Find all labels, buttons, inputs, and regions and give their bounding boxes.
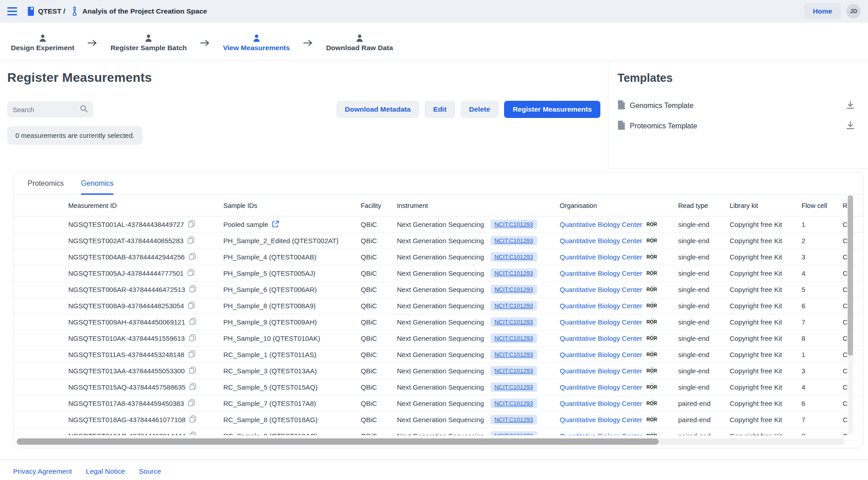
organisation-link[interactable]: Quantitative Biology Center <box>560 286 642 293</box>
ontology-ref-badge[interactable]: NCIT:C101293 <box>491 252 537 262</box>
instrument-name: Next Generation Sequencing <box>397 221 484 228</box>
user-avatar[interactable]: JD <box>846 4 861 19</box>
instrument-cell: Next Generation Sequencing NCIT:C101293 <box>397 236 560 245</box>
ror-logo-icon: ROR <box>646 269 659 278</box>
sample-ids-cell: RC_Sample_5 (QTEST015AQ) <box>223 383 361 391</box>
sample-ids-cell: PH_Sample_4 (QTEST004AB) <box>223 253 361 261</box>
workflow-step-button[interactable]: View Measurements <box>223 31 290 52</box>
organisation-link[interactable]: Quantitative Biology Center <box>560 269 642 277</box>
organisation-link[interactable]: Quantitative Biology Center <box>560 367 642 375</box>
measurement-id-cell: NGSQTEST015AQ-437844457588635 <box>68 383 223 391</box>
facility-cell: QBiC <box>361 400 397 407</box>
organisation-link[interactable]: Quantitative Biology Center <box>560 318 642 326</box>
copy-icon[interactable] <box>188 269 194 278</box>
svg-text:ROR: ROR <box>646 237 657 243</box>
selection-info: 0 measurements are currently selected. <box>7 126 142 145</box>
workflow-step-button[interactable]: Register Sample Batch <box>110 31 187 52</box>
copy-icon[interactable] <box>188 301 195 310</box>
download-metadata-button[interactable]: Download Metadata <box>336 101 420 118</box>
organisation-link[interactable]: Quantitative Biology Center <box>560 334 642 342</box>
organisation-link[interactable]: Quantitative Biology Center <box>560 237 642 245</box>
footer-link[interactable]: Source <box>139 467 161 475</box>
library-kit-cell: Copyright free Kit <box>730 253 802 261</box>
instrument-cell: Next Generation Sequencing NCIT:C101293 <box>397 317 560 327</box>
ontology-ref-badge[interactable]: NCIT:C101293 <box>491 301 537 311</box>
ontology-ref-badge[interactable]: NCIT:C101293 <box>491 382 537 392</box>
flow-cell-cell: 4 <box>802 269 843 277</box>
organisation-link[interactable]: Quantitative Biology Center <box>560 383 642 391</box>
workflow-step: View Measurements <box>223 31 326 52</box>
content-header-zone: Register Measurements Download Metadata … <box>0 61 868 172</box>
instrument-name: Next Generation Sequencing <box>397 253 484 261</box>
register-measurements-button[interactable]: Register Measurements <box>504 101 600 118</box>
measurement-id-cell: NGSQTEST001AL-437844438449727 <box>68 220 223 229</box>
breadcrumb-project-code[interactable]: QTEST / <box>38 7 65 15</box>
workflow-step-button[interactable]: Download Raw Data <box>326 31 393 52</box>
ontology-ref-badge[interactable]: NCIT:C101293 <box>491 415 537 424</box>
ontology-ref-badge[interactable]: NCIT:C101293 <box>491 317 537 327</box>
instrument-cell: Next Generation Sequencing NCIT:C101293 <box>397 301 560 311</box>
copy-icon[interactable] <box>188 220 195 229</box>
vertical-scrollbar-thumb[interactable] <box>848 195 853 356</box>
instrument-cell: Next Generation Sequencing NCIT:C101293 <box>397 350 560 359</box>
footer-link[interactable]: Privacy Agreement <box>13 467 72 475</box>
read-type-cell: single-end <box>678 383 730 391</box>
column-header: Library kit <box>730 202 802 209</box>
copy-icon[interactable] <box>189 334 196 343</box>
ror-logo-icon: ROR <box>646 221 659 229</box>
ontology-ref-badge[interactable]: NCIT:C101293 <box>491 399 537 408</box>
workflow-step: Download Raw Data <box>326 31 393 52</box>
copy-icon[interactable] <box>189 253 196 261</box>
copy-icon[interactable] <box>189 367 196 375</box>
organisation-link[interactable]: Quantitative Biology Center <box>560 221 642 228</box>
ontology-ref-badge[interactable]: NCIT:C101293 <box>491 350 537 359</box>
copy-icon[interactable] <box>189 350 195 359</box>
download-icon[interactable] <box>846 121 854 131</box>
instrument-cell: Next Generation Sequencing NCIT:C101293 <box>397 399 560 408</box>
read-type-cell: single-end <box>678 351 730 358</box>
tab[interactable]: Proteomics <box>20 172 71 194</box>
organisation-cell: Quantitative Biology Center ROR <box>560 253 678 261</box>
organisation-link[interactable]: Quantitative Biology Center <box>560 400 642 407</box>
workflow-step-button[interactable]: Design Experiment <box>11 31 74 52</box>
table-row: NGSQTEST002AT-437844440855283 PH_Sample_… <box>14 233 863 249</box>
organisation-cell: Quantitative Biology Center ROR <box>560 383 678 391</box>
edit-button[interactable]: Edit <box>425 101 455 118</box>
search-input[interactable] <box>13 106 80 113</box>
ror-logo-icon: ROR <box>646 334 659 343</box>
footer-link[interactable]: Legal Notice <box>86 467 125 475</box>
organisation-link[interactable]: Quantitative Biology Center <box>560 302 642 310</box>
ontology-ref-badge[interactable]: NCIT:C101293 <box>491 366 537 376</box>
ontology-ref-badge[interactable]: NCIT:C101293 <box>491 268 537 278</box>
copy-icon[interactable] <box>189 383 196 391</box>
table-row: NGSQTEST009AH-437844450069121 PH_Sample_… <box>14 314 863 330</box>
copy-icon[interactable] <box>189 285 196 294</box>
person-icon <box>252 34 261 42</box>
external-link-icon[interactable] <box>272 221 279 229</box>
tab[interactable]: Genomics <box>74 172 121 194</box>
ontology-ref-badge[interactable]: NCIT:C101293 <box>491 220 537 229</box>
organisation-link[interactable]: Quantitative Biology Center <box>560 253 642 261</box>
breadcrumb-experiment-title[interactable]: Analyis of the Project Creation Space <box>82 7 207 15</box>
organisation-link[interactable]: Quantitative Biology Center <box>560 416 642 424</box>
copy-icon[interactable] <box>189 318 196 326</box>
flow-cell-cell: 6 <box>802 400 843 407</box>
ontology-ref-badge[interactable]: NCIT:C101293 <box>491 236 537 245</box>
ontology-ref-badge[interactable]: NCIT:C101293 <box>491 285 537 294</box>
copy-icon[interactable] <box>188 236 194 245</box>
home-button[interactable]: Home <box>804 4 841 19</box>
templates-panel: Templates Genomics Template <box>608 61 868 169</box>
menu-icon[interactable] <box>7 7 17 15</box>
copy-icon[interactable] <box>189 415 196 424</box>
ontology-ref-badge[interactable]: NCIT:C101293 <box>491 334 537 343</box>
sample-ids-cell: Pooled sample <box>223 221 361 229</box>
download-icon[interactable] <box>846 101 854 111</box>
horizontal-scrollbar-thumb[interactable] <box>17 438 659 445</box>
delete-button[interactable]: Delete <box>461 101 499 118</box>
organisation-link[interactable]: Quantitative Biology Center <box>560 351 642 358</box>
sample-id: RC_Sample_7 (QTEST017A8) <box>223 400 316 407</box>
svg-text:ROR: ROR <box>646 400 657 405</box>
instrument-name: Next Generation Sequencing <box>397 334 484 342</box>
copy-icon[interactable] <box>188 399 195 408</box>
svg-text:ROR: ROR <box>646 335 657 340</box>
